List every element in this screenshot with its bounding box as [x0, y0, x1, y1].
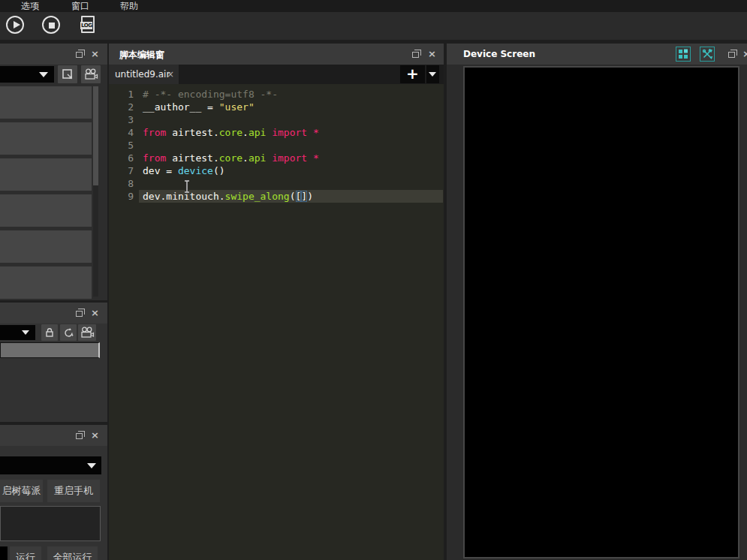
panel-title: 脚本编辑窗 [119, 49, 164, 62]
close-panel-button[interactable]: × [742, 50, 747, 59]
list-item[interactable] [0, 122, 92, 155]
line-number: 2 [109, 101, 134, 113]
log-document-icon: LOG [81, 16, 95, 33]
line-text: from airtest.core.api import * [143, 152, 319, 164]
line-text: __author__ = "user" [143, 101, 255, 113]
device-selector-dropdown[interactable] [0, 66, 54, 83]
menu-item-options[interactable]: 选项 [21, 1, 39, 11]
code-line[interactable]: 1# -*- encoding=utf8 -*- [109, 88, 444, 101]
tools-icon [702, 49, 712, 59]
menu-item-help[interactable]: 帮助 [120, 1, 138, 11]
line-number: 8 [109, 177, 134, 190]
phone-selector-dropdown[interactable] [0, 456, 101, 474]
capture-panel-header: × [0, 303, 107, 324]
float-icon [76, 433, 83, 439]
float-panel-button[interactable] [75, 431, 85, 440]
view-log-button[interactable]: LOG [80, 16, 99, 35]
float-icon [76, 311, 83, 317]
float-panel-button[interactable] [75, 50, 85, 59]
status-textarea[interactable] [0, 506, 101, 541]
record-button[interactable] [78, 324, 96, 341]
line-number: 7 [109, 164, 134, 177]
line-text: # -*- encoding=utf8 -*- [143, 89, 278, 100]
float-panel-button[interactable] [411, 50, 421, 59]
editor-tab-bar: untitled9.air × + [109, 65, 444, 84]
code-line[interactable]: 6from airtest.core.api import * [109, 152, 444, 164]
line-text: dev = device() [143, 165, 225, 176]
stop-icon [42, 16, 60, 34]
close-panel-button[interactable]: × [91, 50, 101, 59]
refresh-icon [63, 327, 74, 339]
line-number: 4 [109, 126, 134, 139]
toolbar: LOG [0, 12, 747, 40]
restart-phone-button[interactable]: 重启手机 [47, 480, 100, 502]
list-item[interactable] [0, 266, 92, 299]
panel-title: Device Screen [463, 49, 535, 59]
restart-raspberry-button[interactable]: 启树莓派 [0, 480, 43, 502]
tab-close-icon[interactable]: × [167, 69, 174, 80]
list-item[interactable] [0, 230, 92, 263]
list-item[interactable] [0, 194, 92, 227]
stop-script-button[interactable] [42, 16, 62, 35]
device-control-panel-header: × [0, 425, 107, 446]
screenshot-button[interactable] [58, 65, 77, 83]
float-icon [412, 52, 419, 58]
video-camera-icon [80, 327, 95, 339]
play-icon [6, 16, 24, 34]
scrollbar-thumb[interactable] [93, 86, 98, 185]
device-control-panel: × 启树莓派 重启手机 运行 全部运行 [0, 425, 107, 560]
run-all-button[interactable]: 全部运行 [47, 546, 98, 560]
code-line[interactable]: 4from airtest.core.api import * [109, 126, 444, 139]
tools-button[interactable] [700, 47, 715, 62]
chevron-down-icon [39, 72, 48, 77]
thumbnail-list [0, 86, 92, 303]
lock-icon [44, 327, 55, 338]
device-screen-mirror[interactable] [463, 66, 739, 558]
list-item[interactable] [0, 86, 92, 119]
new-tab-button[interactable]: + [400, 65, 425, 83]
code-line[interactable]: 8 [109, 177, 444, 190]
code-line[interactable]: 9dev.minitouch.swipe_along([]) [109, 190, 444, 203]
assets-panel: × [0, 44, 107, 300]
chevron-down-icon [87, 463, 96, 468]
code-area[interactable]: 1# -*- encoding=utf8 -*-2__author__ = "u… [109, 84, 444, 560]
new-tab-dropdown[interactable] [426, 65, 439, 83]
close-panel-button[interactable]: × [428, 50, 438, 59]
capture-panel: × [0, 303, 107, 422]
line-number: 9 [109, 190, 134, 203]
record-button[interactable] [81, 65, 101, 83]
run-button[interactable]: 运行 [10, 546, 41, 560]
close-panel-button[interactable]: × [91, 431, 101, 440]
float-panel-button[interactable] [727, 50, 737, 59]
list-item[interactable] [0, 158, 92, 191]
script-editor-panel: 脚本编辑窗 × untitled9.air × + 1# -*- encodin… [109, 44, 444, 560]
code-line[interactable]: 5 [109, 139, 444, 152]
scrollbar[interactable] [93, 86, 98, 297]
progress-bar [0, 342, 100, 358]
line-number: 3 [109, 113, 134, 126]
assets-panel-header: × [0, 44, 107, 65]
close-panel-button[interactable]: × [91, 309, 101, 318]
script-editor-header: 脚本编辑窗 × [109, 44, 444, 65]
tab-untitled9[interactable]: untitled9.air × [109, 65, 179, 84]
code-line[interactable]: 3 [109, 113, 444, 126]
lock-button[interactable] [41, 324, 58, 341]
line-number: 5 [109, 139, 134, 152]
menu-item-window[interactable]: 窗口 [71, 1, 89, 11]
code-line[interactable]: 2__author__ = "user" [109, 101, 444, 113]
run-script-button[interactable] [6, 16, 26, 35]
code-line[interactable]: 7dev = device() [109, 164, 444, 177]
device-screen-header: Device Screen × [447, 44, 747, 65]
float-panel-button[interactable] [75, 309, 85, 318]
layout-grid-button[interactable] [676, 47, 691, 62]
line-text: dev.minitouch.swipe_along([]) [143, 191, 313, 202]
tab-label: untitled9.air [115, 69, 170, 80]
screenshot-icon [62, 68, 74, 81]
chevron-down-icon [22, 330, 29, 335]
line-number: 6 [109, 152, 134, 164]
mode-selector-dropdown[interactable] [0, 325, 35, 340]
grid-icon [678, 49, 688, 59]
line-number: 1 [109, 88, 134, 101]
mini-dropdown[interactable] [0, 546, 8, 560]
refresh-button[interactable] [60, 324, 77, 341]
